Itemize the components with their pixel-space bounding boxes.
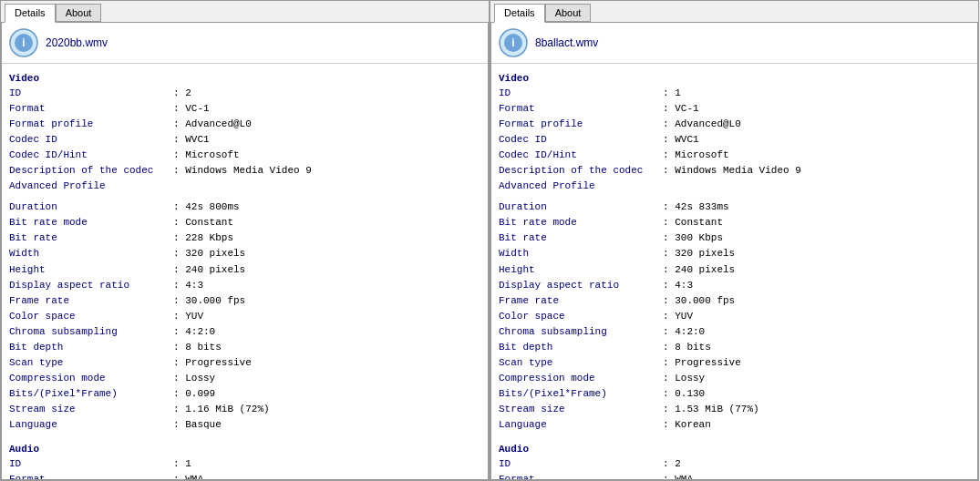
info-scroll-left[interactable]: VideoID2FormatVC-1Format profileAdvanced…	[2, 64, 488, 479]
info-key: Language	[9, 417, 173, 433]
panel-left: Details About i 2020bb.wmv VideoID2Forma…	[0, 0, 490, 481]
info-val: YUV	[663, 309, 693, 324]
table-row: Scan typeProgressive	[9, 355, 480, 371]
info-val: WMA	[173, 472, 203, 479]
info-key: ID	[9, 456, 173, 472]
table-row: ID2	[9, 86, 480, 101]
info-val: VC-1	[663, 101, 699, 117]
table-row: Bits/(Pixel*Frame)0.099	[9, 386, 480, 402]
table-row: LanguageKorean	[499, 417, 970, 433]
tab-details-left[interactable]: Details	[5, 4, 56, 23]
info-val: 320 pixels	[663, 246, 735, 261]
info-val: 228 Kbps	[173, 230, 233, 246]
info-key: Chroma subsampling	[9, 324, 173, 340]
table-row: FormatWMA	[9, 472, 480, 479]
info-key: Format	[9, 472, 173, 479]
table-row: Chroma subsampling4:2:0	[499, 324, 970, 340]
info-val: 1.53 MiB (77%)	[663, 402, 759, 417]
info-val: WMA	[663, 472, 693, 479]
info-key: Frame rate	[499, 293, 663, 309]
info-key: Duration	[499, 200, 663, 215]
info-val: 240 pixels	[173, 262, 245, 278]
table-row: Height240 pixels	[499, 262, 970, 278]
tab-details-right[interactable]: Details	[494, 4, 545, 23]
info-val: 2	[173, 86, 191, 101]
table-row: Description of the codecWindows Media Vi…	[9, 163, 480, 179]
table-row: Frame rate30.000 fps	[499, 293, 970, 309]
info-key: Advanced Profile	[499, 179, 663, 194]
info-val: 320 pixels	[173, 246, 245, 261]
table-row: Description of the codecWindows Media Vi…	[499, 163, 970, 179]
info-val: 4:2:0	[173, 324, 215, 340]
info-val: Windows Media Video 9	[663, 163, 801, 179]
info-key: ID	[499, 86, 663, 101]
info-val: Constant	[173, 215, 233, 230]
info-val: 42s 800ms	[173, 200, 240, 215]
panel-right: Details About i 8ballact.wmv VideoID1For…	[490, 0, 979, 481]
table-row: Compression modeLossy	[499, 371, 970, 386]
info-key: Format profile	[9, 117, 173, 132]
table-row: Chroma subsampling4:2:0	[9, 324, 480, 340]
info-val: 1	[663, 86, 681, 101]
spacer	[499, 433, 970, 438]
table-row: ID1	[9, 456, 480, 472]
section-header: Audio	[499, 444, 970, 455]
info-key: Advanced Profile	[9, 179, 173, 194]
info-key: Format	[499, 472, 663, 479]
table-row: Format profileAdvanced@L0	[499, 117, 970, 132]
info-val: 1	[173, 456, 191, 472]
info-key: Width	[9, 246, 173, 261]
filename-right: 8ballact.wmv	[535, 36, 598, 49]
info-key: Width	[499, 246, 663, 261]
table-row: Bit depth8 bits	[499, 340, 970, 355]
info-val: 4:3	[173, 278, 203, 293]
info-key: Description of the codec	[9, 163, 173, 179]
table-row: Width320 pixels	[499, 246, 970, 261]
info-scroll-right[interactable]: VideoID1FormatVC-1Format profileAdvanced…	[491, 64, 977, 479]
table-row: Color spaceYUV	[499, 309, 970, 324]
info-key: Description of the codec	[499, 163, 663, 179]
info-val: Lossy	[173, 371, 215, 386]
table-row: Codec IDWVC1	[9, 132, 480, 148]
file-header-left: i 2020bb.wmv	[2, 23, 488, 64]
table-row: FormatVC-1	[9, 101, 480, 117]
info-val: Progressive	[173, 355, 252, 371]
table-row: Format profileAdvanced@L0	[9, 117, 480, 132]
info-table-right: VideoID1FormatVC-1Format profileAdvanced…	[499, 73, 970, 479]
info-key: Scan type	[9, 355, 173, 371]
table-row: Color spaceYUV	[9, 309, 480, 324]
info-key: Frame rate	[9, 293, 173, 309]
info-val: Advanced@L0	[173, 117, 252, 132]
table-row: Codec ID/HintMicrosoft	[499, 148, 970, 163]
info-key: Height	[499, 262, 663, 278]
info-val: Korean	[663, 417, 711, 433]
file-header-right: i 8ballact.wmv	[491, 23, 977, 64]
info-val: Lossy	[663, 371, 705, 386]
info-key: Bit rate mode	[499, 215, 663, 230]
info-val: Progressive	[663, 355, 741, 371]
info-val: 240 pixels	[663, 262, 735, 278]
table-row: LanguageBasque	[9, 417, 480, 433]
info-val: 4:2:0	[663, 324, 705, 340]
info-val: 4:3	[663, 278, 693, 293]
info-key: Display aspect ratio	[9, 278, 173, 293]
table-row: ID2	[499, 456, 970, 472]
tab-about-left[interactable]: About	[56, 4, 102, 22]
info-key: ID	[499, 456, 663, 472]
table-row: Advanced Profile	[9, 179, 480, 194]
section-header: Video	[499, 73, 970, 84]
info-key: Language	[499, 417, 663, 433]
info-val: 1.16 MiB (72%)	[173, 402, 270, 417]
table-row: Display aspect ratio4:3	[499, 278, 970, 293]
info-val: 42s 833ms	[663, 200, 729, 215]
info-val: 8 bits	[663, 340, 711, 355]
table-row: Height240 pixels	[9, 262, 480, 278]
file-icon-right: i	[499, 28, 528, 57]
table-row: Duration42s 833ms	[499, 200, 970, 215]
info-key: Color space	[499, 309, 663, 324]
tab-about-right[interactable]: About	[545, 4, 592, 22]
table-row: Codec ID/HintMicrosoft	[9, 148, 480, 163]
table-row: ID1	[499, 86, 970, 101]
info-val: 2	[663, 456, 681, 472]
table-row: Width320 pixels	[9, 246, 480, 261]
